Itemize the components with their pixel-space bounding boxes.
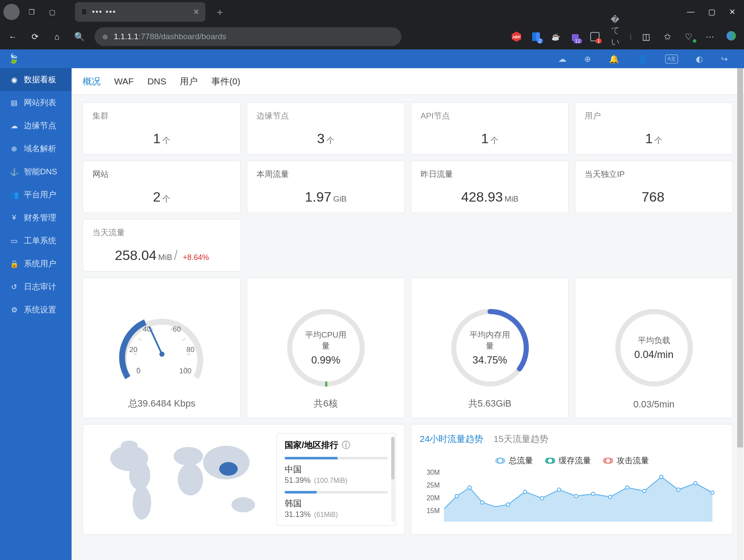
- sidebar-item-dashboard[interactable]: ◉数据看板: [0, 68, 72, 91]
- logout-icon[interactable]: ↪: [721, 54, 728, 64]
- page-tabs: 概况 WAF DNS 用户 事件(0): [72, 68, 744, 95]
- svg-point-35: [121, 441, 138, 451]
- sidebar-item-users[interactable]: 👥平台用户: [0, 183, 72, 206]
- chart-tab-24h[interactable]: 24小时流量趋势: [420, 433, 483, 445]
- bag-extension-icon[interactable]: 11: [569, 31, 581, 43]
- svg-rect-3: [532, 32, 536, 41]
- workspaces-icon[interactable]: ❐: [23, 3, 40, 20]
- performance-icon[interactable]: ♡: [682, 32, 695, 42]
- stat-unique-ip[interactable]: 当天独立IP768: [575, 161, 733, 213]
- stat-users[interactable]: 用户1个: [575, 102, 733, 155]
- legend-attack[interactable]: 攻击流量: [603, 455, 649, 466]
- svg-point-32: [178, 463, 203, 495]
- page-scrollbar[interactable]: [737, 49, 743, 560]
- stat-clusters[interactable]: 集群1个: [83, 102, 241, 155]
- user-icon[interactable]: 👤: [637, 54, 647, 64]
- home-button[interactable]: ⌂: [50, 32, 64, 42]
- chart-tabs: 24小时流量趋势 15天流量趋势: [420, 433, 724, 445]
- profile-avatar[interactable]: [3, 4, 20, 20]
- sidebar-item-edge[interactable]: ☁边缘节点: [0, 114, 72, 137]
- svg-point-36: [219, 462, 238, 476]
- shield-extension-icon[interactable]: 2: [530, 31, 542, 43]
- traffic-area-chart[interactable]: 30M 25M 20M 15M: [420, 466, 724, 522]
- chart-tab-15d[interactable]: 15天流量趋势: [493, 433, 548, 445]
- sidebar-item-logs[interactable]: ↺日志审计: [0, 275, 72, 298]
- tab-users[interactable]: 用户: [180, 75, 198, 87]
- svg-point-45: [523, 490, 527, 494]
- help-icon[interactable]: ⓘ: [342, 439, 350, 451]
- refresh-button[interactable]: ⟳: [28, 32, 42, 42]
- svg-point-54: [677, 488, 680, 491]
- stat-edge-nodes[interactable]: 边缘节点3个: [247, 102, 405, 155]
- gauge-speed-footer: 总39.6484 Kbps: [128, 397, 196, 410]
- box-extension-icon[interactable]: 1: [589, 31, 601, 43]
- sidebar-item-dns[interactable]: ⊕域名解析: [0, 137, 72, 160]
- app-logo-icon[interactable]: 🍃: [8, 53, 19, 64]
- sidebar-item-tickets[interactable]: ▭工单系统: [0, 229, 72, 252]
- legend-total[interactable]: 总流量: [495, 455, 533, 466]
- bell-icon[interactable]: 🔔: [609, 54, 619, 64]
- ranking-scrollbar[interactable]: [391, 437, 395, 522]
- tab-overview[interactable]: 概况: [83, 75, 101, 87]
- theme-icon[interactable]: ◐: [696, 54, 703, 64]
- tab-actions-icon[interactable]: ▢: [43, 3, 61, 20]
- app-header: 🍃 ☁ ⊕ 🔔 👤 A文 ◐ ↪: [0, 49, 744, 68]
- anchor-icon: ⚓: [9, 167, 19, 176]
- copilot-icon[interactable]: [724, 30, 738, 44]
- site-info-icon[interactable]: ⊕: [102, 33, 108, 41]
- gear-icon: ⚙: [9, 306, 19, 315]
- url-text: 1.1.1.1:7788/dashboard/boards: [114, 32, 226, 41]
- tab-events[interactable]: 事件(0): [211, 75, 240, 87]
- sidebar-item-finance[interactable]: ¥财务管理: [0, 206, 72, 229]
- search-icon[interactable]: 🔍: [72, 32, 86, 42]
- tab-waf[interactable]: WAF: [114, 76, 134, 87]
- country-ranking-panel: 国家/地区排行ⓘ 中国 51.39%(100.7MiB) 韩国 31.13%(6…: [277, 433, 396, 526]
- app-body: ◉数据看板 ▤网站列表 ☁边缘节点 ⊕域名解析 ⚓智能DNS 👥平台用户 ¥财务…: [0, 49, 744, 560]
- globe-icon[interactable]: ⊕: [584, 54, 591, 64]
- svg-text:0: 0: [136, 367, 140, 375]
- lock-icon: 🔒: [9, 260, 19, 268]
- sidebar-item-settings[interactable]: ⚙系统设置: [0, 298, 72, 321]
- tab-dns[interactable]: DNS: [147, 76, 166, 87]
- svg-point-56: [711, 491, 714, 494]
- close-tab-icon[interactable]: ✕: [193, 7, 199, 17]
- stat-yesterday-traffic[interactable]: 昨日流量428.93MiB: [411, 161, 569, 213]
- svg-line-17: [138, 338, 141, 341]
- svg-point-46: [540, 496, 544, 500]
- stat-today-traffic[interactable]: 当天流量 258.04MiB/+8.64%: [83, 219, 241, 271]
- address-bar[interactable]: ⊕ 1.1.1.1:7788/dashboard/boards: [95, 27, 401, 46]
- ranking-item-1: 中国 51.39%(100.7MiB): [285, 457, 388, 485]
- svg-point-29: [129, 460, 150, 490]
- legend-cache[interactable]: 缓存流量: [545, 455, 591, 466]
- gauge-row: 0 20 40 60 80 100: [83, 277, 733, 418]
- stat-week-traffic[interactable]: 本周流量1.97GiB: [247, 161, 405, 213]
- favorites-icon[interactable]: ✩: [660, 32, 674, 42]
- svg-point-34: [231, 497, 255, 513]
- gauge-memory: 平均内存用量34.75% 共5.63GiB: [411, 277, 569, 418]
- svg-text:25M: 25M: [427, 482, 440, 489]
- traffic-chart-card: 24小时流量趋势 15天流量趋势 总流量 缓存流量 攻击流量 30M 25M 2…: [411, 424, 733, 535]
- svg-point-49: [591, 492, 595, 496]
- stat-sites[interactable]: 网站2个: [83, 161, 241, 213]
- browser-tab[interactable]: 🗎 ••• ••• ✕: [75, 2, 205, 22]
- svg-text:100: 100: [179, 367, 191, 375]
- sidebar-item-sites[interactable]: ▤网站列表: [0, 91, 72, 114]
- list-icon: ▤: [9, 98, 19, 107]
- sidebar-item-smartdns[interactable]: ⚓智能DNS: [0, 160, 72, 183]
- svg-text:ABP: ABP: [512, 35, 520, 39]
- abp-extension-icon[interactable]: ABP: [510, 31, 522, 43]
- browser-chrome: ❐ ▢ 🗎 ••• ••• ✕ ＋ — ▢ ✕ ← ⟳ ⌂ 🔍 ⊕ 1.1.1.…: [0, 0, 744, 49]
- more-icon[interactable]: ⋯: [703, 32, 717, 42]
- language-icon[interactable]: A文: [665, 55, 678, 64]
- stat-api-nodes[interactable]: API节点1个: [411, 102, 569, 155]
- sidebar: ◉数据看板 ▤网站列表 ☁边缘节点 ⊕域名解析 ⚓智能DNS 👥平台用户 ¥财务…: [0, 49, 72, 560]
- new-tab-button[interactable]: ＋: [215, 5, 225, 19]
- cup-extension-icon[interactable]: ☕: [550, 31, 562, 43]
- world-map[interactable]: [92, 433, 277, 526]
- gauge-cpu: 平均CPU用量0.99% 共6核: [247, 277, 405, 418]
- split-screen-icon[interactable]: ◫: [639, 32, 653, 42]
- cloud-icon[interactable]: ☁: [558, 54, 566, 64]
- back-button[interactable]: ←: [6, 32, 20, 42]
- svg-line-20: [182, 338, 185, 341]
- sidebar-item-sysusers[interactable]: 🔒系统用户: [0, 252, 72, 275]
